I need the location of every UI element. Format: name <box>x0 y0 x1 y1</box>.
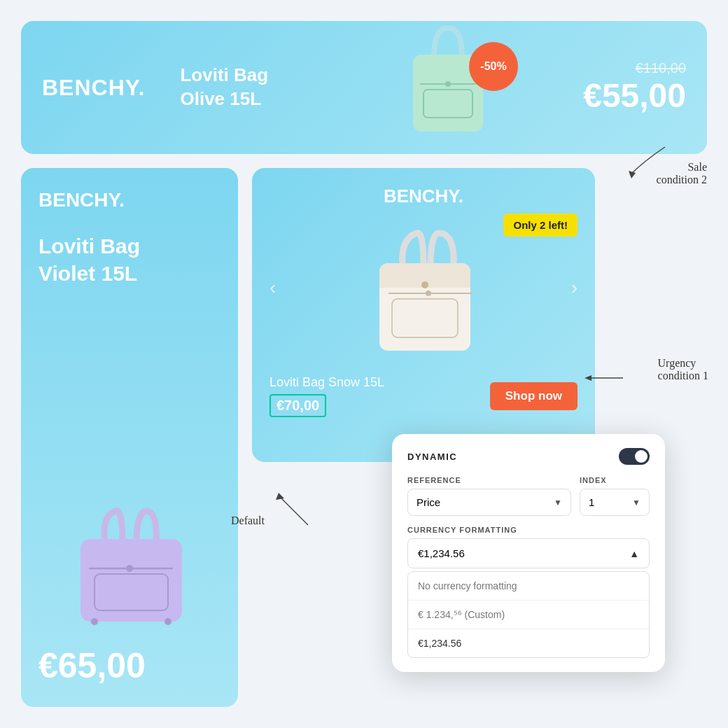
currency-formatting-field: CURRENCY FORMATTING €1,234.56 ▲ <box>407 526 650 568</box>
banner-discount-badge: -50% <box>469 42 518 91</box>
center-card: BENCHY. Only 2 left! ‹ › Loviti Bag Snow <box>252 168 595 462</box>
svg-marker-19 <box>276 493 284 500</box>
center-card-logo: BENCHY. <box>270 186 578 207</box>
index-select-arrow: ▼ <box>632 498 640 507</box>
reference-value: Price <box>416 496 440 508</box>
left-card-price: €65,00 <box>38 645 220 686</box>
default-arrow <box>266 490 322 532</box>
svg-point-6 <box>126 565 133 572</box>
banner-logo: BENCHY. <box>42 75 145 101</box>
dropdown-option-2[interactable]: € 1.234,⁵⁶ (Custom) <box>408 601 649 629</box>
center-bag-area: ‹ › <box>270 207 578 368</box>
index-select[interactable]: 1 ▼ <box>580 489 650 516</box>
svg-point-14 <box>426 290 431 296</box>
dropdown-option-3[interactable]: €1,234.56 <box>408 629 649 657</box>
reference-label: REFERENCE <box>407 476 571 484</box>
currency-formatting-value: €1,234.56 <box>418 547 465 559</box>
center-card-bottom: Loviti Bag Snow 15L €70,00 Shop now <box>270 375 578 417</box>
urgency-condition-annotation: Urgency condition 1 <box>658 357 708 382</box>
reference-select-arrow: ▼ <box>554 498 562 507</box>
svg-point-8 <box>91 618 98 625</box>
index-field: INDEX 1 ▼ <box>580 476 650 516</box>
center-price: €70,00 <box>270 394 326 417</box>
currency-formatting-select[interactable]: €1,234.56 ▲ <box>407 538 650 568</box>
panel-header: DYNAMIC <box>407 448 650 465</box>
toggle-knob <box>635 450 648 463</box>
svg-point-9 <box>164 618 172 625</box>
carousel-next-button[interactable]: › <box>571 276 578 299</box>
svg-point-16 <box>421 281 428 288</box>
reference-select[interactable]: Price ▼ <box>407 489 571 516</box>
left-card-logo: BENCHY. <box>38 189 220 211</box>
top-banner: BENCHY. Loviti Bag Olive 15L -50% €110,0… <box>21 21 707 154</box>
banner-original-price: €110,00 <box>636 60 686 76</box>
index-label: INDEX <box>580 476 650 484</box>
left-card-product-name: Loviti Bag Violet 15L <box>38 232 220 287</box>
currency-dropdown-options: No currency formatting € 1.234,⁵⁶ (Custo… <box>407 571 650 658</box>
toggle-switch[interactable] <box>619 448 650 465</box>
dropdown-option-1[interactable]: No currency formatting <box>408 572 649 601</box>
reference-field: REFERENCE Price ▼ <box>407 476 571 516</box>
panel-reference-row: REFERENCE Price ▼ INDEX 1 ▼ <box>407 476 650 516</box>
dynamic-panel: DYNAMIC REFERENCE Price ▼ INDEX 1 ▼ CURR… <box>392 434 665 672</box>
carousel-prev-button[interactable]: ‹ <box>270 276 276 299</box>
shop-now-button[interactable]: Shop now <box>490 382 578 410</box>
left-card-bag-image <box>38 287 220 638</box>
banner-sale-price: €55,00 <box>583 76 686 115</box>
currency-select-arrow: ▲ <box>629 548 639 559</box>
index-value: 1 <box>589 496 594 508</box>
svg-point-2 <box>445 81 451 87</box>
center-product-name: Loviti Bag Snow 15L <box>270 375 384 390</box>
svg-marker-17 <box>629 171 636 178</box>
left-card: BENCHY. Loviti Bag Violet 15L €65,00 <box>21 168 238 707</box>
sale-condition-annotation: Sale condition 2 <box>657 161 707 186</box>
banner-product-name: Loviti Bag Olive 15L <box>180 64 268 111</box>
currency-formatting-label: CURRENCY FORMATTING <box>407 526 650 534</box>
banner-prices: €110,00 €55,00 <box>583 60 686 115</box>
panel-title: DYNAMIC <box>407 451 457 462</box>
